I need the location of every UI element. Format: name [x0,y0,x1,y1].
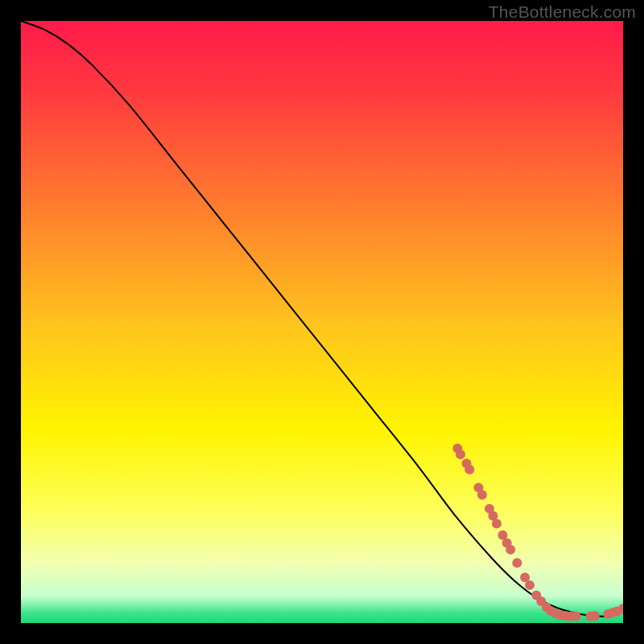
gradient-background [21,21,623,623]
data-point [572,612,581,621]
chart-svg [21,21,623,623]
plot-area [21,21,623,623]
data-point [590,611,600,621]
data-point [464,464,474,474]
data-point [492,519,502,529]
data-point [512,558,522,568]
data-point [477,490,487,500]
chart-frame: TheBottleneck.com [0,0,644,644]
data-point [525,580,535,590]
watermark-text: TheBottleneck.com [489,2,636,22]
data-point [506,545,515,555]
data-point [456,450,465,460]
